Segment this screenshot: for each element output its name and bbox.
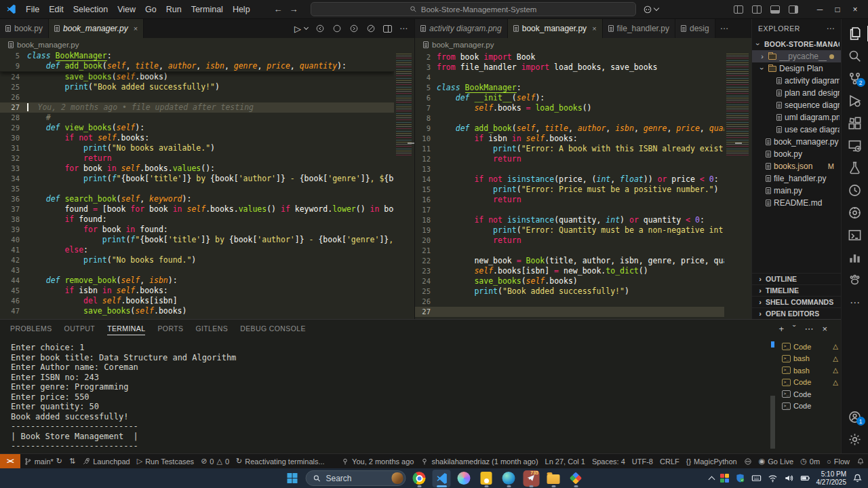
code-line[interactable]: 24 save_books(self.books) bbox=[415, 276, 724, 286]
code-editor-right[interactable]: 2from book import Book3from file_handler… bbox=[415, 51, 724, 319]
breadcrumb-right[interactable]: book_manager.py bbox=[415, 38, 751, 51]
copilot-status-item[interactable] bbox=[741, 454, 755, 468]
terminal-instance-code[interactable]: >_Code△ bbox=[778, 341, 841, 353]
language-mode-item[interactable]: {} MagicPython bbox=[683, 454, 741, 468]
explorer-icon[interactable] bbox=[842, 22, 868, 45]
code-line[interactable]: 33 for book in self.books.values(): bbox=[0, 164, 394, 174]
tree-item-book-py[interactable]: book.py bbox=[752, 148, 841, 160]
menu-terminal[interactable]: Terminal bbox=[186, 5, 228, 14]
touch-keyboard-icon[interactable] bbox=[751, 473, 762, 483]
more-actions-button[interactable]: ⋯ bbox=[399, 24, 408, 33]
code-line[interactable]: 4 bbox=[415, 73, 724, 83]
panel-tab-gitlens[interactable]: GITLENS bbox=[189, 320, 234, 337]
step-forward-button[interactable] bbox=[349, 24, 359, 33]
taskbar-clock[interactable]: 5:10 PM 4/27/2025 bbox=[816, 470, 847, 486]
security-shield-icon[interactable] bbox=[735, 473, 745, 483]
github-actions-icon[interactable] bbox=[842, 202, 868, 224]
panel-tab-debug-console[interactable]: DEBUG CONSOLE bbox=[234, 320, 312, 337]
terminal-output[interactable]: Enter choice: 1Enter book title: Data St… bbox=[0, 337, 769, 453]
tree-item-plan-and-design[interactable]: plan and design.... bbox=[752, 87, 841, 99]
code-line[interactable]: 20 return bbox=[415, 236, 724, 246]
code-line[interactable]: 42 print("No books found.") bbox=[0, 255, 394, 265]
pets-icon[interactable] bbox=[842, 269, 868, 291]
code-line[interactable]: 27 bbox=[415, 307, 724, 317]
close-panel-button[interactable]: × bbox=[822, 324, 827, 334]
code-line[interactable]: 31 print("No books available.") bbox=[0, 143, 394, 153]
eol-item[interactable]: CRLF bbox=[656, 454, 683, 468]
testing-icon[interactable] bbox=[842, 157, 868, 179]
code-line[interactable]: 27You, 2 months ago • file updated after… bbox=[0, 102, 394, 113]
code-line[interactable]: 3from file_handler import load_books, sa… bbox=[415, 62, 724, 73]
telegram-icon[interactable]: 735 bbox=[522, 470, 540, 487]
toggle-secondary-sidebar-icon[interactable] bbox=[789, 5, 798, 14]
menu-run[interactable]: Run bbox=[161, 5, 186, 14]
git-branch-item[interactable]: main* ↻ bbox=[20, 454, 66, 468]
tree-item-book-store-manageme[interactable]: ›BOOK-STORE-MANAGEME... bbox=[752, 38, 841, 50]
tab-file-handler-py[interactable]: file_handler.py bbox=[603, 19, 675, 38]
gitlens-compare-item[interactable]: ⇅ bbox=[66, 454, 79, 468]
terminal-instance-bash[interactable]: >_bash△ bbox=[778, 364, 841, 377]
tab-activity-diagram[interactable]: activity diagram.png bbox=[415, 19, 508, 38]
tree-item-pycache[interactable]: ›__pycache__ bbox=[752, 50, 841, 62]
tree-item-activity-diagram[interactable]: activity diagram.... bbox=[752, 75, 841, 87]
code-line[interactable]: 29 def view_books(self): bbox=[0, 123, 394, 133]
tree-item-book-manager-py[interactable]: book_manager.py bbox=[752, 136, 841, 148]
code-line[interactable]: 26 bbox=[0, 92, 394, 102]
notification-center-icon[interactable] bbox=[852, 473, 863, 483]
section-open-editors[interactable]: ›OPEN EDITORS bbox=[752, 307, 841, 319]
maximize-button[interactable]: □ bbox=[829, 5, 846, 14]
run-dropdown-icon[interactable] bbox=[304, 24, 309, 29]
code-line[interactable]: 5class BookManager: bbox=[415, 83, 724, 93]
code-line[interactable]: 9 def add_book(self, title, author, isbn… bbox=[0, 61, 394, 71]
code-line[interactable]: 19 print("Error: Quantity must be a non-… bbox=[415, 225, 724, 236]
code-line[interactable]: 41 else: bbox=[0, 245, 394, 255]
menu-selection[interactable]: Selection bbox=[68, 5, 113, 14]
volume-icon[interactable] bbox=[784, 473, 794, 483]
notes-app-icon[interactable] bbox=[477, 470, 496, 487]
vscode-taskbar-icon[interactable] bbox=[433, 470, 451, 487]
go-live-item[interactable]: ◉ Go Live bbox=[755, 454, 797, 468]
explorer-more-actions-button[interactable]: ⋯ bbox=[826, 24, 835, 33]
menu-edit[interactable]: Edit bbox=[44, 5, 68, 14]
tab-design[interactable]: desig bbox=[675, 19, 715, 38]
code-line[interactable]: 10 if isbn in self.books: bbox=[415, 134, 724, 144]
account-icon[interactable]: 1 bbox=[842, 406, 868, 428]
battery-icon[interactable] bbox=[800, 473, 810, 483]
file-explorer-icon[interactable] bbox=[545, 470, 563, 487]
code-line[interactable]: 7 self.books = load_books() bbox=[415, 103, 724, 113]
flow-item[interactable]: ○ Flow bbox=[823, 454, 853, 468]
terminal-status-item[interactable]: ↻ Reactivating terminals... bbox=[233, 454, 328, 468]
code-line[interactable]: 11 print("Error: A book with this ISBN a… bbox=[415, 144, 724, 154]
code-line[interactable]: 6 def __init__(self): bbox=[415, 93, 724, 103]
copilot-taskbar-icon[interactable] bbox=[455, 470, 473, 487]
code-line[interactable]: 22 new_book = Book(title, author, isbn, … bbox=[415, 256, 724, 266]
code-line[interactable]: 26 bbox=[415, 297, 724, 307]
terminal-scrollbar[interactable] bbox=[769, 337, 778, 453]
drawio-icon[interactable] bbox=[567, 470, 585, 487]
blame-you-item[interactable]: You, 2 months ago bbox=[338, 454, 417, 468]
tree-item-design-plan[interactable]: ›Design Plan bbox=[752, 62, 841, 75]
code-line[interactable]: 47 save_books(self.books) bbox=[0, 306, 394, 316]
code-line[interactable]: 23 self.books[isbn] = new_book.to_dict() bbox=[415, 266, 724, 276]
code-line[interactable]: 38 if found: bbox=[0, 214, 394, 225]
notifications-bell[interactable] bbox=[853, 454, 868, 468]
menu-view[interactable]: View bbox=[113, 5, 140, 14]
split-editor-button[interactable] bbox=[383, 25, 392, 33]
section-timeline[interactable]: ›TIMELINE bbox=[752, 284, 841, 296]
tree-item-sequence-diagra[interactable]: sequence diagra... bbox=[752, 99, 841, 111]
cursor-position-item[interactable]: Ln 27, Col 1 bbox=[542, 454, 589, 468]
more-tabs-button[interactable]: ⋯ bbox=[715, 19, 733, 38]
stats-chart-icon[interactable] bbox=[842, 246, 868, 269]
code-line[interactable]: 34 print(f"{book['title']} by {book['aut… bbox=[0, 174, 394, 184]
chrome-icon[interactable] bbox=[410, 470, 429, 487]
terminal-dropdown-icon[interactable]: ˇ bbox=[793, 324, 795, 334]
terminal-instance-code[interactable]: >_Code bbox=[778, 400, 841, 413]
close-tab-icon[interactable]: × bbox=[592, 24, 596, 33]
minimap[interactable] bbox=[724, 51, 751, 319]
code-line[interactable]: 9 def add_book(self, title, author, isbn… bbox=[415, 124, 724, 134]
split-editor-layout-icon[interactable] bbox=[752, 5, 762, 14]
settings-gear-icon[interactable] bbox=[842, 428, 868, 451]
menu-help[interactable]: Help bbox=[228, 5, 255, 14]
remote-explorer-icon[interactable] bbox=[842, 134, 868, 157]
extensions-icon[interactable] bbox=[842, 112, 868, 134]
